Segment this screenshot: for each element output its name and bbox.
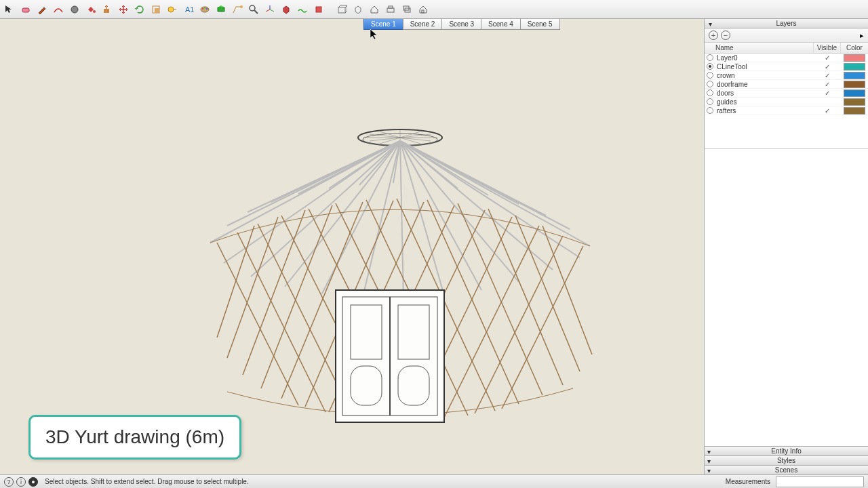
layer-color-swatch[interactable]	[844, 89, 865, 97]
svg-line-33	[298, 141, 400, 194]
layer-color-swatch[interactable]	[844, 81, 865, 88]
svg-line-69	[475, 236, 563, 413]
layer-color-swatch[interactable]	[844, 54, 865, 62]
layer-color-swatch[interactable]	[844, 72, 865, 79]
tape-tool-icon[interactable]	[165, 3, 179, 16]
collapse-icon[interactable]: ▾	[707, 458, 711, 465]
circle-tool-icon[interactable]	[68, 3, 81, 16]
layer-name: CLineTool	[715, 63, 814, 70]
svg-rect-3	[104, 9, 109, 13]
layer-visible-checkbox[interactable]: ✓	[814, 63, 841, 70]
sandbox-tool-icon[interactable]	[296, 3, 309, 16]
scene-tab-3[interactable]: Scene 3	[441, 19, 481, 30]
col-name[interactable]: Name	[705, 43, 814, 53]
door-model	[336, 290, 444, 422]
side-panel: ▾ Layers + − ▸ Name Visible Color Layer0…	[704, 19, 868, 474]
entity-info-title: Entity Info	[771, 447, 801, 455]
arc-tool-icon[interactable]	[52, 3, 65, 16]
info-icon[interactable]: i	[16, 477, 26, 487]
collapse-icon[interactable]: ▾	[707, 467, 711, 474]
scene-tab-5[interactable]: Scene 5	[520, 19, 560, 30]
home-nav-icon[interactable]	[368, 3, 381, 16]
scenes-panel-title: Scenes	[775, 466, 797, 474]
layer-color-swatch[interactable]	[844, 107, 865, 115]
layer-color-swatch[interactable]	[844, 63, 865, 70]
rotate-tool-icon[interactable]	[133, 3, 146, 16]
svg-line-80	[217, 226, 254, 338]
svg-rect-15	[338, 7, 345, 13]
layer-row[interactable]: CLineTool✓	[705, 62, 868, 71]
zoom-tool-icon[interactable]	[247, 3, 260, 16]
svg-line-67	[542, 226, 592, 354]
svg-line-47	[322, 141, 400, 293]
layer-radio[interactable]	[707, 72, 713, 79]
layer-visible-checkbox[interactable]: ✓	[814, 81, 841, 88]
person-icon[interactable]: ●	[28, 477, 38, 487]
layers-menu-icon[interactable]: ▸	[860, 31, 864, 40]
svg-rect-17	[389, 6, 393, 8]
svg-point-2	[93, 10, 96, 13]
styles-panel[interactable]: ▾ Styles	[705, 455, 868, 465]
print-nav-icon[interactable]	[384, 3, 397, 16]
remove-layer-icon[interactable]: −	[721, 30, 730, 40]
axes-tool-icon[interactable]	[263, 3, 277, 16]
svg-rect-0	[22, 8, 29, 12]
iso-nav-icon[interactable]	[351, 3, 365, 16]
house-nav-icon[interactable]	[416, 3, 430, 16]
followme-tool-icon[interactable]	[312, 3, 326, 16]
layer-radio[interactable]	[707, 81, 713, 87]
status-hint: Select objects. Shift to extend select. …	[45, 478, 726, 485]
layer-visible-checkbox[interactable]: ✓	[814, 54, 841, 62]
layer-visible-checkbox[interactable]: ✓	[814, 107, 841, 115]
layer-row[interactable]: rafters✓	[705, 106, 868, 115]
paint-tool-icon[interactable]	[198, 3, 212, 16]
layer-row[interactable]: Layer0✓	[705, 54, 868, 62]
scenes-panel[interactable]: ▾ Scenes	[705, 465, 868, 474]
stack-nav-icon[interactable]	[400, 3, 414, 16]
bucket-tool-icon[interactable]	[84, 3, 98, 16]
layer-visible-checkbox[interactable]: ✓	[814, 89, 841, 97]
layers-panel-title[interactable]: ▾ Layers	[705, 19, 868, 28]
svg-line-32	[271, 141, 400, 202]
dimension-tool-icon[interactable]	[231, 3, 244, 16]
text-tool-icon[interactable]: A1	[182, 3, 195, 16]
layer-visible-checkbox[interactable]: ✓	[814, 72, 841, 79]
main-toolbar: A1	[0, 0, 868, 19]
solid-tool-icon[interactable]	[279, 3, 293, 16]
pushpull-tool-icon[interactable]	[100, 3, 114, 16]
svg-line-56	[237, 232, 326, 412]
col-color[interactable]: Color	[841, 43, 868, 53]
add-layer-icon[interactable]: +	[709, 30, 718, 40]
eraser-tool-icon[interactable]	[19, 3, 33, 16]
layer-name: doors	[715, 89, 814, 97]
layer-radio[interactable]	[707, 89, 713, 96]
section-tool-icon[interactable]	[214, 3, 228, 16]
viewport-3d[interactable]	[0, 19, 703, 474]
layer-radio[interactable]	[707, 63, 713, 70]
layer-row[interactable]: doorframe✓	[705, 80, 868, 89]
col-visible[interactable]: Visible	[814, 43, 841, 53]
scene-tab-4[interactable]: Scene 4	[481, 19, 521, 30]
callout-label: 3D Yurt drawing (6m)	[28, 415, 241, 460]
box-nav-icon[interactable]	[335, 3, 349, 16]
pencil-tool-icon[interactable]	[35, 3, 49, 16]
layer-radio[interactable]	[707, 107, 713, 114]
move-tool-icon[interactable]	[117, 3, 130, 16]
collapse-icon[interactable]: ▾	[707, 448, 711, 455]
layer-name: guides	[715, 98, 814, 106]
entity-info-panel[interactable]: ▾ Entity Info	[705, 446, 868, 455]
layer-radio[interactable]	[707, 98, 713, 105]
select-tool-icon[interactable]	[3, 3, 16, 16]
layer-radio[interactable]	[707, 54, 713, 61]
measurements-input[interactable]	[776, 476, 864, 487]
layer-row[interactable]: doors✓	[705, 89, 868, 98]
layer-row[interactable]: crown✓	[705, 71, 868, 80]
scene-tab-2[interactable]: Scene 2	[403, 19, 443, 30]
help-icon[interactable]: ?	[4, 477, 14, 487]
styles-title: Styles	[777, 457, 795, 464]
layer-color-swatch[interactable]	[844, 98, 865, 106]
scale-tool-icon[interactable]	[149, 3, 163, 16]
collapse-icon[interactable]: ▾	[707, 20, 713, 26]
layers-list: Layer0✓CLineTool✓crown✓doorframe✓doors✓g…	[705, 54, 868, 148]
layer-row[interactable]: guides	[705, 98, 868, 106]
